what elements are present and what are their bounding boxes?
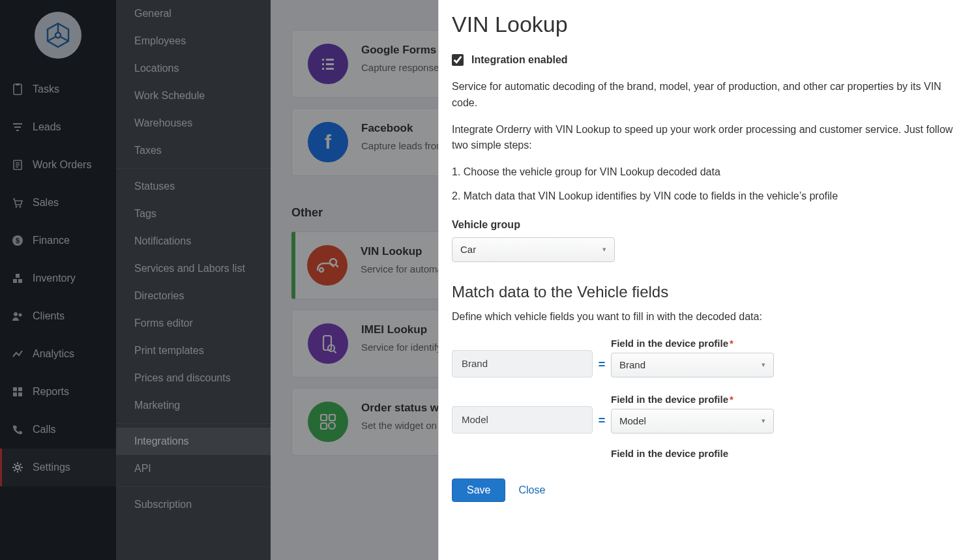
nav-tasks[interactable]: Tasks <box>0 70 116 108</box>
settings-item-subscription[interactable]: Subscription <box>116 491 271 518</box>
settings-item-services-labors[interactable]: Services and Labors list <box>116 255 271 282</box>
chevron-down-icon: ▾ <box>762 417 765 425</box>
settings-item-statuses[interactable]: Statuses <box>116 173 271 200</box>
modal-step-2: 2. Match data that VIN Lookup identifies… <box>452 188 958 205</box>
nav-leads[interactable]: Leads <box>0 108 116 146</box>
svg-rect-42 <box>321 415 327 420</box>
svg-line-4 <box>48 37 56 41</box>
svg-rect-26 <box>18 392 22 396</box>
app-logo <box>35 12 82 59</box>
svg-rect-24 <box>18 387 22 391</box>
svg-rect-33 <box>322 68 324 70</box>
vin-lookup-modal: VIN Lookup Integration enabled Service f… <box>438 0 978 560</box>
save-button[interactable]: Save <box>452 479 505 502</box>
nav-label: Inventory <box>33 273 76 284</box>
nav-finance[interactable]: $ Finance <box>0 222 116 259</box>
main-nav: Tasks Leads Work Orders Sales $ Finance … <box>0 0 116 560</box>
phone-icon <box>10 422 25 437</box>
field-profile-label: Field in the device profile* <box>611 338 774 349</box>
svg-text:f: f <box>325 131 332 153</box>
match-row-model: Model = Field in the device profile* Mod… <box>452 392 958 434</box>
settings-item-warehouses[interactable]: Warehouses <box>116 110 271 137</box>
settings-item-directories[interactable]: Directories <box>116 282 271 310</box>
select-value: Car <box>460 244 476 255</box>
svg-rect-25 <box>13 392 17 396</box>
match-desc: Define which vehicle fields you want to … <box>452 309 958 325</box>
match-heading: Match data to the Vehicle fields <box>452 283 958 301</box>
modal-footer: Save Close <box>452 479 958 502</box>
settings-item-employees[interactable]: Employees <box>116 27 271 55</box>
cart-icon <box>10 196 25 210</box>
svg-point-36 <box>319 268 323 272</box>
svg-rect-5 <box>14 84 22 95</box>
settings-item-forms-editor[interactable]: Forms editor <box>116 310 271 337</box>
card-title: Facebook <box>361 122 445 135</box>
google-forms-icon <box>308 44 348 84</box>
settings-item-locations[interactable]: Locations <box>116 55 271 82</box>
svg-point-21 <box>14 312 18 316</box>
settings-item-taxes[interactable]: Taxes <box>116 137 271 164</box>
svg-rect-20 <box>16 274 20 278</box>
svg-rect-23 <box>13 387 17 391</box>
svg-rect-43 <box>329 415 335 420</box>
svg-line-3 <box>60 37 68 41</box>
vin-lookup-icon <box>307 245 348 286</box>
modal-step-1: 1. Choose the vehicle group for VIN Look… <box>452 164 958 181</box>
settings-item-prices-discounts[interactable]: Prices and discounts <box>116 364 271 392</box>
nav-label: Clients <box>33 310 65 322</box>
vehicle-group-label: Vehicle group <box>452 219 958 231</box>
nav-settings[interactable]: Settings <box>0 449 116 486</box>
settings-item-integrations[interactable]: Integrations <box>116 428 271 455</box>
target-select-brand[interactable]: Brand ▾ <box>611 353 774 377</box>
source-field-model: Model <box>452 406 593 434</box>
nav-label: Work Orders <box>33 159 91 171</box>
modal-desc-1: Service for automatic decoding of the br… <box>452 79 958 111</box>
close-button[interactable]: Close <box>518 484 545 496</box>
nav-label: Sales <box>33 197 59 209</box>
chevron-down-icon: ▾ <box>762 361 765 369</box>
nav-label: Reports <box>33 386 69 398</box>
svg-rect-18 <box>13 279 17 283</box>
divider <box>116 423 271 424</box>
nav-clients[interactable]: Clients <box>0 297 116 335</box>
nav-work-orders[interactable]: Work Orders <box>0 146 116 184</box>
nav-label: Settings <box>33 462 70 473</box>
svg-rect-19 <box>18 279 22 283</box>
nav-sales[interactable]: Sales <box>0 184 116 222</box>
settings-item-marketing[interactable]: Marketing <box>116 392 271 419</box>
nav-reports[interactable]: Reports <box>0 373 116 411</box>
svg-point-15 <box>20 206 22 208</box>
imei-lookup-icon <box>308 323 348 364</box>
settings-item-tags[interactable]: Tags <box>116 200 271 228</box>
nav-analytics[interactable]: Analytics <box>0 335 116 373</box>
settings-item-work-schedule[interactable]: Work Schedule <box>116 82 271 110</box>
svg-rect-29 <box>322 59 324 61</box>
equals-sign: = <box>593 358 611 377</box>
svg-text:$: $ <box>16 237 20 244</box>
settings-item-print-templates[interactable]: Print templates <box>116 337 271 364</box>
people-icon <box>10 309 25 323</box>
field-profile-label: Field in the device profile* <box>611 394 774 405</box>
svg-rect-44 <box>321 423 327 429</box>
widget-icon <box>308 402 348 442</box>
integration-enabled-label: Integration enabled <box>471 54 568 66</box>
grid-icon <box>10 385 25 399</box>
clipboard-icon <box>10 82 25 96</box>
divider <box>116 168 271 169</box>
settings-item-api[interactable]: API <box>116 455 271 482</box>
card-desc: Capture leads from <box>361 139 445 154</box>
settings-item-notifications[interactable]: Notifications <box>116 228 271 255</box>
select-value: Model <box>619 415 646 426</box>
field-profile-label-trailing: Field in the device profile <box>611 448 774 459</box>
nav-calls[interactable]: Calls <box>0 411 116 449</box>
dollar-icon: $ <box>10 233 25 248</box>
source-field-brand: Brand <box>452 350 593 377</box>
svg-rect-30 <box>326 59 334 61</box>
nav-inventory[interactable]: Inventory <box>0 259 116 297</box>
nav-label: Finance <box>33 235 70 246</box>
nav-label: Analytics <box>33 348 74 360</box>
vehicle-group-select[interactable]: Car ▾ <box>452 237 615 262</box>
target-select-model[interactable]: Model ▾ <box>611 409 774 434</box>
integration-enabled-checkbox[interactable] <box>452 54 464 66</box>
settings-item-general[interactable]: General <box>116 0 271 27</box>
